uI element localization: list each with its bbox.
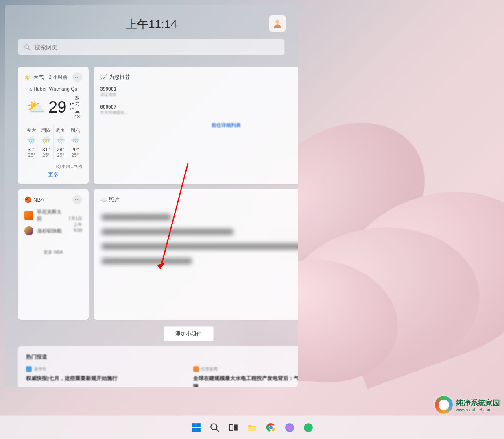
svg-rect-6 [196,423,201,427]
stocks-card[interactable]: 📈 为您推荐 ⋯ 399001 深证成指 15,078.04 +0.52% [94,67,298,184]
svg-line-2 [28,48,30,50]
svg-point-0 [275,20,279,24]
weather-card[interactable]: 🌤️ 天气 2 小时前 ⋯ ⌂ Hubei, Wuchang Qu ⛅ 29 °… [18,67,89,184]
svg-rect-5 [192,423,196,427]
nba-more-icon[interactable]: ⋯ [72,195,82,204]
watermark-logo-icon [435,396,453,414]
taskbar [0,415,504,439]
forecast-day[interactable]: 周五 🌧️ 28° 25° [53,124,68,161]
svg-point-16 [285,423,294,432]
photos-body-blurred: ████████████████████ ███████████████████… [100,209,298,314]
unit-celsius[interactable]: °C [70,103,74,108]
stock-row[interactable]: 399001 深证成指 15,078.04 +0.52% [100,86,298,98]
current-temp: 29 [48,98,67,116]
location-icon: ⌂ [29,86,32,92]
stocks-more-link[interactable]: 前往详细列表 [100,122,298,129]
photos-icon: ☁️ [100,196,107,203]
weather-more-link[interactable]: 更多 [24,171,82,178]
news-item[interactable]: 新华社 权威快报|七月，这些重要新规开始施行 [26,366,183,387]
clock: 上午11:14 [126,17,177,32]
weather-more-icon[interactable]: ⋯ [72,72,82,82]
widgets-panel: 上午11:14 🌤️ 天气 2 小时前 ⋯ ⌂ Hubei, Wuchang Q… [5,5,298,387]
svg-point-9 [211,424,217,430]
weather-icon: 🌤️ [24,74,31,80]
news-item[interactable]: 红星新闻 全球在建规模最大水电工程投产发电背后：气象部门提供了10年保障 [193,366,298,387]
watermark: 纯净系统家园 www.yidaimei.com [435,396,500,414]
forecast-day[interactable]: 周六 🌧️ 29° 25° [68,124,82,161]
weather-attribution: (c) 中国天气网 [24,164,82,170]
weather-title: 天气 [33,74,44,81]
photos-title: 照片 [109,196,120,203]
search-icon [24,44,31,50]
photos-card[interactable]: ☁️ 照片 ⋯ ████████████████████ ███████████… [94,189,298,320]
svg-point-17 [304,423,313,432]
stocks-icon: 📈 [100,74,107,80]
stocks-title: 为您推荐 [109,74,130,81]
stock-row[interactable]: 600507 方大特钢股份… 6.80 +0.30% [100,104,298,115]
weather-aqi: ☁ 48 [74,108,80,120]
weather-time-ago: 2 小时前 [49,74,68,81]
current-weather-icon: ⛅ [27,98,45,115]
task-view-button[interactable] [227,421,240,435]
nba-icon: 🏀 [24,196,31,203]
start-button[interactable] [189,421,203,435]
forecast-row: 今天 🌧️ 31° 25° 周四 ⛈️ 31° 25° 周五 🌧️ 28° 25… [24,124,82,161]
source-badge-icon [26,366,32,372]
source-badge-icon [193,366,199,372]
forecast-day[interactable]: 今天 🌧️ 31° 25° [24,124,39,161]
news-card[interactable]: 热门报道 新华社 权威快报|七月，这些重要新规开始施行 红星新闻 全球在建规模最… [18,346,298,387]
svg-rect-7 [192,428,196,432]
team-logo-icon [24,226,33,235]
svg-point-15 [269,426,273,429]
chrome-button[interactable] [264,421,278,435]
svg-point-1 [25,45,28,48]
svg-rect-13 [248,426,256,430]
app-button[interactable] [301,421,315,435]
search-input[interactable] [35,44,279,50]
forecast-day[interactable]: 周四 ⛈️ 31° 25° [39,124,53,161]
svg-rect-8 [196,428,201,432]
add-widget-button[interactable]: 添加小组件 [164,326,214,341]
svg-rect-11 [229,424,233,430]
avatar-icon [272,18,283,29]
game-date: 7月1日 [65,215,82,222]
search-bar[interactable] [18,39,285,55]
team-logo-icon [24,211,33,220]
app-button[interactable] [283,421,297,435]
svg-line-10 [216,429,219,432]
nba-card[interactable]: 🏀 NBA ⋯ 菲尼克斯太阳 洛杉矶快船 7月1日 [18,189,89,320]
weather-condition: 多云 [74,94,80,108]
nba-team: 洛杉矶快船 [24,226,65,235]
nba-title: NBA [33,197,44,203]
unit-fahrenheit[interactable]: °F [70,108,74,113]
taskbar-search-button[interactable] [208,421,222,435]
nba-team: 菲尼克斯太阳 [24,209,65,222]
game-time: 上午9:00 [65,222,82,233]
news-section-title: 热门报道 [26,353,298,361]
nba-more-link[interactable]: 更多 NBA [24,249,82,255]
weather-location: Hubei, Wuchang Qu [33,86,77,92]
file-explorer-button[interactable] [245,421,259,435]
svg-rect-12 [234,424,238,430]
user-avatar[interactable] [269,15,286,32]
